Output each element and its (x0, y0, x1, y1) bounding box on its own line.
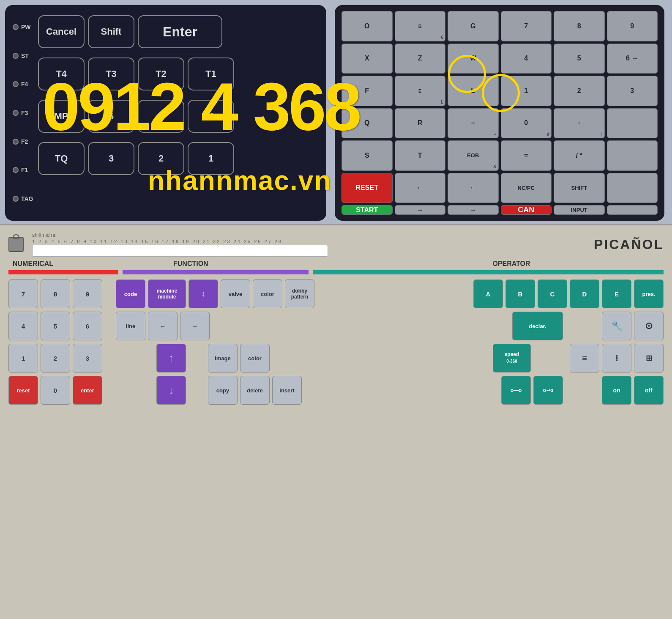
rkey-9[interactable]: 9 (607, 11, 658, 41)
input-button[interactable]: INPUT (554, 205, 605, 215)
rkey-q[interactable]: Q (341, 108, 393, 139)
key-5[interactable]: 5 (41, 312, 70, 340)
mp-button[interactable]: MP (38, 100, 85, 133)
rkey-minus[interactable]: −+ (448, 108, 499, 139)
key-c[interactable]: C (538, 279, 567, 308)
key-7[interactable]: 7 (8, 279, 38, 308)
lines1-key[interactable]: ≡ (570, 344, 599, 372)
shift-right-button[interactable]: SHIFT (554, 173, 605, 203)
speed-key[interactable]: speed0-360 (493, 344, 531, 372)
code-key[interactable]: code (116, 279, 145, 308)
image-key[interactable]: image (208, 344, 238, 372)
rkey-el[interactable]: EL (395, 76, 446, 106)
rkey-r[interactable]: R (395, 108, 446, 139)
reset-picanol-key[interactable]: reset (8, 376, 38, 405)
key-2-button[interactable]: 2 (138, 142, 184, 175)
lines3-key[interactable]: ⊞ (634, 344, 664, 372)
dobby-pattern-key[interactable]: dobbypattern (285, 279, 314, 308)
start-button[interactable]: START (341, 205, 393, 215)
insert-key[interactable]: insert (272, 376, 302, 405)
arrow-left-key[interactable]: ← (148, 312, 178, 340)
rkey-o[interactable]: O (341, 11, 393, 41)
rkey-1[interactable]: 1 (501, 76, 552, 106)
key-6-button[interactable]: 6 (88, 100, 134, 133)
camera-key[interactable]: ⊙ (634, 312, 664, 340)
key-4-button[interactable]: 4 (188, 100, 234, 133)
machine-module-key[interactable]: machinemodule (148, 279, 186, 308)
key-b[interactable]: B (505, 279, 535, 308)
copy-key[interactable]: copy (208, 376, 238, 405)
rkey-dot[interactable]: ·| (554, 108, 605, 139)
rkey-slash[interactable]: / * (554, 140, 605, 171)
key-2[interactable]: 2 (41, 344, 70, 372)
t1-button[interactable]: T1 (188, 58, 234, 90)
t2-button[interactable]: T2 (138, 58, 184, 90)
key-3-button[interactable]: 3 (88, 142, 134, 175)
led-f4-label: F4 (21, 81, 28, 88)
key-1[interactable]: 1 (8, 344, 38, 372)
rkey-x[interactable]: X (341, 44, 393, 74)
key-8[interactable]: 8 (41, 279, 70, 308)
connect1-key[interactable]: o—o (501, 376, 531, 405)
up-down-arrow-key[interactable]: ↕ (188, 279, 218, 308)
rkey-3[interactable]: 3 (607, 76, 658, 106)
key-5-button[interactable]: 5 (138, 100, 184, 133)
connect2-key[interactable]: o⊸o (533, 376, 563, 405)
rkey-0-hash[interactable]: 0# (501, 108, 552, 139)
key-e[interactable]: E (602, 279, 631, 308)
rkey-z[interactable]: Z (395, 44, 446, 74)
pres-key[interactable]: pres. (634, 279, 664, 308)
t4-button[interactable]: T4 (38, 58, 85, 90)
rkey-arrow-left1[interactable]: ← (395, 173, 446, 203)
rkey-s[interactable]: S (341, 140, 393, 171)
declar-key[interactable]: declar. (512, 312, 563, 340)
key-6[interactable]: 6 (73, 312, 102, 340)
key-0[interactable]: 0 (41, 376, 70, 405)
line-key[interactable]: line (116, 312, 145, 340)
rkey-t[interactable]: T (395, 140, 446, 171)
color-key-func2[interactable]: color (240, 344, 270, 372)
rkey-w[interactable]: W (448, 44, 499, 74)
reset-button[interactable]: RESET (341, 173, 393, 203)
arrow-up-key[interactable]: ↑ (156, 344, 186, 372)
rkey-equals[interactable]: = (501, 140, 552, 171)
key-9[interactable]: 9 (73, 279, 102, 308)
key-4[interactable]: 4 (8, 312, 38, 340)
rkey-4[interactable]: 4 (501, 44, 552, 74)
tq-button[interactable]: TQ (38, 142, 85, 175)
wrench-key[interactable]: 🔧 (602, 312, 631, 340)
rkey-l[interactable]: L (448, 76, 499, 106)
rkey-5[interactable]: 5 (554, 44, 605, 74)
on-key[interactable]: on (602, 376, 631, 405)
cancel-button[interactable]: Cancel (38, 15, 85, 48)
shift-button[interactable]: Shift (88, 15, 134, 48)
nc-pc-button[interactable]: NC/PC (501, 173, 552, 203)
key-d[interactable]: D (570, 279, 599, 308)
rkey-arrow-right1[interactable]: → (395, 205, 446, 215)
delete-key[interactable]: delete (240, 376, 270, 405)
rkey-eob[interactable]: EOB& (448, 140, 499, 171)
rkey-arrow-right2[interactable]: → (448, 205, 499, 215)
rkey-g[interactable]: G (448, 11, 499, 41)
t3-button[interactable]: T3 (88, 58, 134, 90)
valve-key[interactable]: valve (221, 279, 250, 308)
rkey-8[interactable]: 8 (554, 11, 605, 41)
arrow-down-key[interactable]: ↓ (156, 376, 186, 405)
rkey-6-arrow[interactable]: 6 → (607, 44, 658, 74)
lines2-key[interactable]: ⁞ (602, 344, 631, 372)
enter-picanol-key[interactable]: enter (73, 376, 102, 405)
rkey-7[interactable]: 7 (501, 11, 552, 41)
key-1-button[interactable]: 1 (188, 142, 234, 175)
rkey-f[interactable]: F (341, 76, 393, 106)
key-a[interactable]: A (473, 279, 503, 308)
rkey-2[interactable]: 2 (554, 76, 605, 106)
rkey-b6[interactable]: B6 (395, 11, 446, 41)
key-3[interactable]: 3 (73, 344, 102, 372)
can-button[interactable]: CAN (501, 205, 552, 215)
arrow-right-key[interactable]: → (180, 312, 210, 340)
enter-button[interactable]: Enter (138, 15, 222, 48)
rkey-arrow-left2[interactable]: ← (448, 173, 499, 203)
key-9-label: 9 (86, 290, 89, 298)
off-key[interactable]: off (634, 376, 664, 405)
color-key-func[interactable]: color (253, 279, 282, 308)
